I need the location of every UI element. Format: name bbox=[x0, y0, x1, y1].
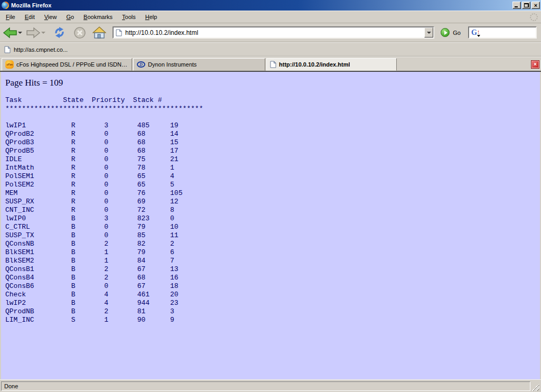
menu-tools[interactable]: Tools bbox=[117, 12, 141, 22]
go-label: Go bbox=[453, 30, 461, 36]
document-icon bbox=[116, 29, 122, 36]
status-panel: Done bbox=[1, 381, 530, 391]
back-dropdown-caret[interactable] bbox=[18, 32, 22, 34]
go-button[interactable]: Go bbox=[441, 28, 461, 37]
menu-view[interactable]: View bbox=[40, 12, 62, 22]
restore-icon bbox=[524, 3, 529, 7]
document-icon bbox=[4, 46, 11, 53]
chevron-down-icon bbox=[427, 32, 431, 34]
stop-icon bbox=[73, 26, 86, 39]
menu-help[interactable]: Help bbox=[141, 12, 162, 22]
url-text: http://10.0.10.2/index.html bbox=[125, 29, 198, 36]
close-icon: × bbox=[534, 3, 537, 8]
url-dropdown-button[interactable] bbox=[424, 27, 433, 38]
menu-bar: File Edit View Go Bookmarks Tools Help bbox=[0, 11, 541, 23]
task-table: Task State Priority Stack # ************… bbox=[5, 96, 203, 324]
close-tab-icon: × bbox=[534, 62, 537, 67]
status-text: Done bbox=[4, 383, 18, 389]
forward-icon bbox=[26, 27, 40, 39]
page-hits-text: Page Hits = 109 bbox=[5, 78, 63, 88]
page-content: Page Hits = 109 Task State Priority Stac… bbox=[0, 72, 541, 379]
google-g-icon: G! bbox=[471, 29, 477, 36]
menu-file[interactable]: File bbox=[1, 12, 20, 22]
restore-button[interactable] bbox=[522, 2, 530, 9]
close-button[interactable]: × bbox=[531, 2, 540, 9]
home-icon bbox=[92, 26, 106, 39]
throbber-icon bbox=[530, 13, 538, 21]
firefox-logo-icon bbox=[2, 2, 9, 9]
minimize-button[interactable] bbox=[512, 2, 521, 9]
menu-go[interactable]: Go bbox=[61, 12, 79, 22]
navigation-toolbar: http://10.0.10.2/index.html Go G! bbox=[0, 23, 541, 42]
tab-label: Dynon Instruments bbox=[148, 61, 197, 68]
resize-grip[interactable] bbox=[532, 384, 539, 391]
home-button[interactable] bbox=[92, 26, 106, 39]
close-tab-button[interactable]: × bbox=[531, 60, 539, 69]
document-icon bbox=[270, 61, 276, 68]
bookmarks-bar: http://as.cmpnet.co... bbox=[0, 42, 541, 57]
tab-bar: cFos cFos Highspeed DSL / PPPoE und ISDN… bbox=[0, 57, 541, 72]
dynon-icon: D bbox=[137, 61, 145, 68]
tab-active-index[interactable]: http://10.0.10.2/index.html bbox=[266, 58, 397, 71]
window-controls: × bbox=[512, 2, 540, 9]
tab-label: cFos Highspeed DSL / PPPoE und ISDN CAP.… bbox=[16, 61, 128, 68]
bookmark-item[interactable]: http://as.cmpnet.co... bbox=[14, 46, 68, 53]
tab-cfos[interactable]: cFos cFos Highspeed DSL / PPPoE und ISDN… bbox=[2, 58, 132, 71]
stop-button[interactable] bbox=[73, 26, 86, 39]
forward-button[interactable] bbox=[26, 27, 40, 39]
menu-edit[interactable]: Edit bbox=[20, 12, 40, 22]
go-icon bbox=[441, 28, 450, 37]
title-bar: Mozilla Firefox × bbox=[0, 0, 541, 11]
status-bar: Done bbox=[0, 379, 541, 392]
cfos-icon: cFos bbox=[5, 60, 14, 69]
window-title: Mozilla Firefox bbox=[11, 2, 51, 8]
menu-bookmarks[interactable]: Bookmarks bbox=[79, 12, 117, 22]
reload-button[interactable] bbox=[53, 26, 66, 39]
tab-dynon[interactable]: D Dynon Instruments bbox=[133, 58, 265, 71]
tab-label: http://10.0.10.2/index.html bbox=[279, 61, 350, 68]
minimize-icon bbox=[515, 6, 518, 7]
search-input[interactable]: G! bbox=[468, 26, 537, 39]
forward-dropdown-caret[interactable] bbox=[41, 32, 45, 34]
reload-icon bbox=[53, 26, 66, 39]
url-field[interactable]: http://10.0.10.2/index.html bbox=[113, 26, 434, 39]
back-button[interactable] bbox=[3, 27, 17, 39]
back-icon bbox=[3, 27, 17, 39]
